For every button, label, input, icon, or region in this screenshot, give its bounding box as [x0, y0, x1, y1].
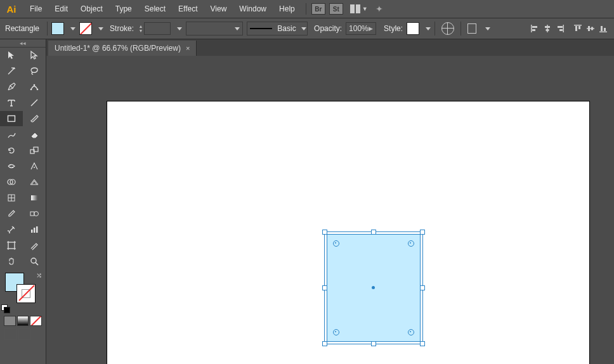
document-tab[interactable]: Untitled-1* @ 66.67% (RGB/Preview) × [48, 41, 197, 56]
align-to-button[interactable] [465, 23, 479, 34]
eyedropper-tool[interactable] [0, 206, 23, 221]
corner-widget-se[interactable] [408, 329, 414, 335]
align-vcenter-button[interactable] [585, 23, 596, 34]
brush-definition-dropdown[interactable]: Basic [247, 22, 308, 36]
paintbrush-tool[interactable] [23, 111, 46, 126]
resize-handle-sw[interactable] [322, 341, 327, 346]
rotate-tool[interactable] [0, 143, 23, 158]
hand-tool[interactable] [0, 254, 23, 269]
svg-point-21 [34, 84, 36, 86]
align-right-button[interactable] [554, 23, 566, 34]
shape-builder-tool[interactable] [0, 174, 23, 190]
opacity-input[interactable]: 100% ▶ [346, 22, 376, 35]
column-graph-tool[interactable] [23, 222, 46, 237]
menu-object[interactable]: Object [75, 2, 108, 16]
curvature-tool[interactable] [23, 79, 46, 94]
stroke-label: Stroke: [110, 24, 134, 33]
svg-rect-2 [532, 29, 535, 31]
resize-handle-se[interactable] [420, 341, 425, 346]
selection-tool[interactable] [0, 48, 23, 63]
corner-widget-ne[interactable] [408, 240, 414, 247]
align-bottom-button[interactable] [598, 23, 609, 34]
svg-rect-5 [546, 29, 549, 31]
arrange-documents-button[interactable]: ▼ [349, 4, 368, 13]
stock-icon[interactable]: St [329, 3, 343, 15]
perspective-grid-tool[interactable] [23, 174, 46, 190]
width-tool[interactable] [0, 159, 23, 174]
collapse-panel-button[interactable]: ◂◂ [0, 39, 46, 48]
none-mode-button[interactable] [30, 316, 42, 326]
gradient-mode-button[interactable] [17, 316, 29, 326]
type-tool[interactable] [0, 95, 23, 110]
variable-width-profile-dropdown[interactable] [186, 22, 243, 36]
svg-rect-14 [591, 27, 593, 30]
fill-color-swatch[interactable] [51, 22, 64, 35]
stroke-weight-input[interactable]: ▲▼ [138, 22, 171, 35]
color-mode-button[interactable] [4, 316, 16, 326]
svg-rect-6 [563, 25, 565, 32]
pen-tool[interactable] [0, 79, 23, 94]
canvas[interactable] [107, 101, 614, 364]
align-top-button[interactable] [572, 23, 584, 34]
menu-edit[interactable]: Edit [49, 2, 74, 16]
lasso-tool[interactable] [23, 63, 46, 79]
align-to-dropdown[interactable] [484, 25, 490, 32]
stroke-color-dropdown[interactable] [97, 25, 103, 32]
symbol-sprayer-tool[interactable] [0, 222, 23, 237]
stroke-color-swatch[interactable] [79, 22, 92, 35]
fill-stroke-control[interactable]: ⤭ [0, 269, 46, 315]
magic-wand-tool[interactable] [0, 63, 23, 79]
menu-file[interactable]: File [24, 2, 48, 16]
close-icon[interactable]: × [186, 44, 190, 52]
stroke-swatch[interactable] [16, 284, 36, 303]
align-hcenter-button[interactable] [542, 23, 553, 34]
eraser-tool[interactable] [23, 127, 46, 142]
swap-fill-stroke-icon[interactable]: ⤭ [36, 271, 42, 280]
resize-handle-nw[interactable] [322, 230, 327, 235]
graphic-style-swatch[interactable] [407, 22, 419, 35]
mesh-tool[interactable] [0, 190, 23, 205]
rectangle-tool[interactable] [0, 111, 23, 126]
menu-effect[interactable]: Effect [173, 2, 203, 16]
resize-handle-e[interactable] [420, 285, 425, 290]
gpu-performance-icon[interactable]: ✦ [376, 4, 383, 14]
blend-tool[interactable] [23, 206, 46, 221]
screen-mode-row [0, 327, 46, 341]
screen-mode-button[interactable] [18, 328, 30, 340]
resize-handle-s[interactable] [371, 341, 376, 346]
resize-handle-ne[interactable] [420, 230, 425, 235]
bridge-icon[interactable]: Br [311, 3, 325, 15]
line-segment-tool[interactable] [23, 95, 46, 110]
stroke-weight-dropdown[interactable] [176, 25, 182, 32]
align-left-button[interactable] [529, 23, 540, 34]
menu-help[interactable]: Help [273, 2, 301, 16]
graphic-style-dropdown[interactable] [424, 25, 431, 32]
gradient-tool[interactable] [23, 190, 46, 205]
zoom-tool[interactable] [23, 254, 46, 269]
corner-widget-sw[interactable] [333, 329, 339, 335]
stroke-weight-field[interactable] [144, 22, 171, 35]
corner-widget-nw[interactable] [333, 240, 339, 247]
pencil-tool[interactable] [0, 127, 23, 142]
svg-rect-4 [545, 26, 550, 28]
artboard-tool[interactable] [0, 238, 23, 253]
opacity-value: 100% [349, 24, 369, 33]
recolor-artwork-icon[interactable] [441, 22, 454, 35]
stepper-icon[interactable]: ▲▼ [138, 23, 144, 34]
menu-view[interactable]: View [205, 2, 233, 16]
fill-color-dropdown[interactable] [69, 25, 75, 32]
resize-handle-n[interactable] [371, 230, 376, 235]
default-fill-stroke-icon[interactable] [1, 304, 9, 312]
direct-selection-tool[interactable] [23, 48, 46, 63]
resize-handle-w[interactable] [322, 285, 327, 290]
svg-rect-23 [8, 116, 15, 122]
menu-type[interactable]: Type [110, 2, 138, 16]
free-transform-tool[interactable] [23, 159, 46, 174]
menu-window[interactable]: Window [233, 2, 272, 16]
toolbox-panel: ◂◂ ⤭ [0, 39, 46, 364]
menu-select[interactable]: Select [139, 2, 171, 16]
drawing-mode-button[interactable] [4, 328, 16, 340]
workspace[interactable] [48, 56, 614, 364]
scale-tool[interactable] [23, 143, 46, 158]
slice-tool[interactable] [23, 238, 46, 253]
